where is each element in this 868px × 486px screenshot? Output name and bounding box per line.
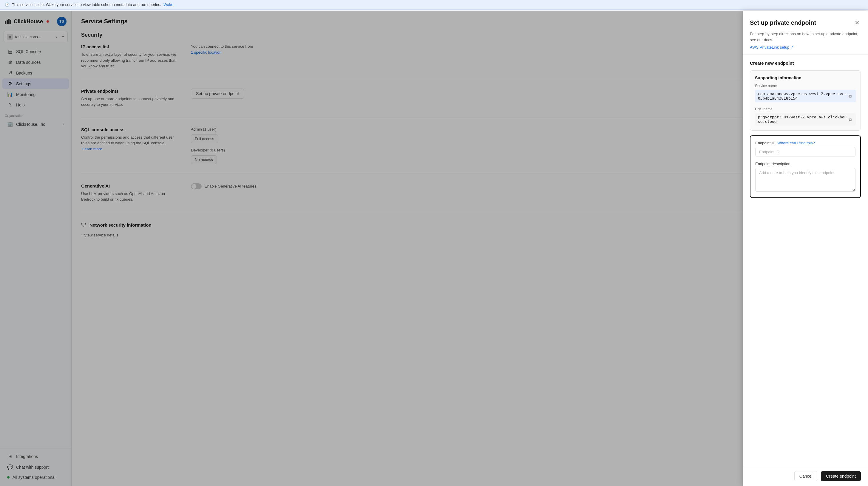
panel-title-row: Set up private endpoint ✕ [750, 18, 861, 27]
supporting-info-title: Supporting information [755, 75, 856, 80]
where-to-find-link[interactable]: Where can I find this? [777, 141, 815, 145]
endpoint-desc-group: Endpoint description [755, 162, 856, 193]
dns-name-value: p3qyqzppz2.us-west-2.vpce.aws.clickhouse… [755, 113, 856, 126]
copy-service-name-button[interactable]: ⧉ [847, 93, 853, 99]
dns-name-group: DNS name p3qyqzppz2.us-west-2.vpce.aws.c… [755, 107, 856, 126]
endpoint-id-input[interactable] [755, 147, 856, 157]
panel-footer: Cancel Create endpoint [743, 466, 868, 486]
aws-privatelink-link[interactable]: AWS PrivateLink setup ↗ [750, 45, 861, 50]
panel-overlay[interactable] [0, 11, 868, 486]
service-name-value: com.amazonaws.vpce.us-west-2.vpce-svc-03… [755, 90, 856, 102]
panel-title: Set up private endpoint [750, 20, 816, 26]
endpoint-id-group: Endpoint ID Where can I find this? [755, 141, 856, 157]
endpoint-desc-textarea[interactable] [755, 168, 856, 192]
dns-name-label: DNS name [755, 107, 856, 111]
dns-name-text: p3qyqzppz2.us-west-2.vpce.aws.clickhouse… [758, 115, 847, 124]
close-button[interactable]: ✕ [854, 18, 861, 27]
service-name-label: Service name [755, 84, 856, 88]
service-name-group: Service name com.amazonaws.vpce.us-west-… [755, 84, 856, 102]
copy-dns-name-button[interactable]: ⧉ [847, 116, 853, 123]
banner-link[interactable]: Wake [163, 2, 173, 7]
top-banner: 🕐 This service is idle. Wake your servic… [0, 0, 868, 9]
banner-icon: 🕐 [5, 2, 9, 7]
side-panel: Set up private endpoint ✕ For step-by-st… [743, 11, 868, 486]
endpoint-id-label: Endpoint ID Where can I find this? [755, 141, 856, 145]
external-link-icon: ↗ [790, 45, 794, 50]
panel-body: Create new endpoint Supporting informati… [743, 55, 868, 466]
panel-header: Set up private endpoint ✕ For step-by-st… [743, 11, 868, 55]
create-endpoint-title: Create new endpoint [750, 61, 861, 66]
supporting-info-card: Supporting information Service name com.… [750, 70, 861, 131]
banner-text: This service is idle. Wake your service … [12, 2, 161, 7]
create-endpoint-button[interactable]: Create endpoint [821, 471, 861, 481]
cancel-button[interactable]: Cancel [794, 471, 817, 481]
panel-desc: For step-by-step directions on how to se… [750, 31, 861, 43]
endpoint-form: Endpoint ID Where can I find this? Endpo… [750, 135, 861, 198]
service-name-text: com.amazonaws.vpce.us-west-2.vpce-svc-03… [758, 92, 847, 100]
panel-link-text: AWS PrivateLink setup [750, 45, 789, 50]
endpoint-desc-label: Endpoint description [755, 162, 856, 166]
